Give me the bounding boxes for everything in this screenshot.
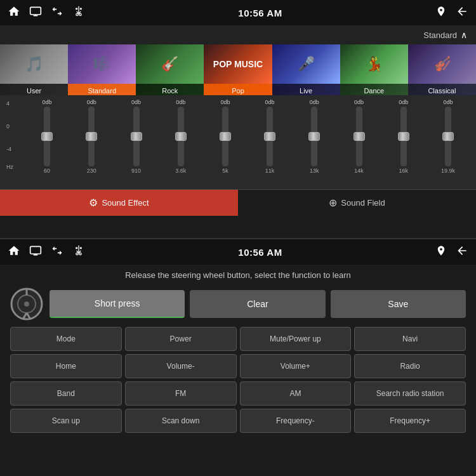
status-bar-right-icons	[435, 5, 468, 20]
profile-thumb-live[interactable]: 🎤 Live	[272, 44, 340, 95]
profile-thumb-classical[interactable]: 🎻 Classical	[408, 44, 476, 95]
svg-point-8	[76, 253, 78, 255]
eq-db-value-230: 0db	[87, 98, 96, 107]
clear-button[interactable]: Clear	[190, 290, 325, 318]
arrows-icon[interactable]	[51, 5, 63, 20]
eq-freq-label-14k: 14k	[354, 168, 364, 174]
equalizer-panel: 10:56 AM Standard ∧ 🎵 User 🎼 Standard	[0, 0, 476, 238]
eq-band-910[interactable]: 0db 910	[114, 98, 157, 174]
fn-button-scan-up[interactable]: Scan up	[10, 409, 122, 433]
profile-label: Standard	[423, 30, 457, 40]
eq-band-60[interactable]: 0db 60	[25, 98, 69, 174]
screen-icon[interactable]	[29, 5, 42, 20]
home-icon-2[interactable]	[8, 244, 20, 260]
eq-slider-track-14k[interactable]	[356, 107, 362, 166]
usb-icon[interactable]	[72, 5, 85, 20]
fn-button-mute-power-up[interactable]: Mute/Power up	[240, 327, 352, 351]
steering-content: Release the steering wheel button, selec…	[0, 265, 476, 437]
eq-slider-thumb-3.6k	[175, 132, 187, 141]
location-icon-2	[435, 245, 447, 259]
home-icon[interactable]	[8, 5, 20, 20]
fn-button-radio[interactable]: Radio	[354, 354, 466, 378]
clock-bottom: 10:56 AM	[238, 247, 282, 258]
fn-button-volume[interactable]: Volume+	[240, 354, 352, 378]
eq-slider-thumb-16k	[398, 132, 409, 141]
sound-field-icon: ⊕	[329, 197, 337, 209]
tab-sound-effect[interactable]: ⚙ Sound Effect	[0, 190, 238, 216]
eq-tabs: ⚙ Sound Effect ⊕ Sound Field	[0, 189, 476, 216]
eq-freq-label-230: 230	[87, 168, 96, 174]
eq-slider-track-13k[interactable]	[311, 107, 317, 166]
eq-freq-label-910: 910	[131, 168, 141, 174]
eq-slider-track-16k[interactable]	[400, 107, 407, 166]
fn-button-band[interactable]: Band	[10, 381, 122, 406]
profile-selector-bar[interactable]: Standard ∧	[0, 25, 476, 44]
eq-slider-track-60[interactable]	[44, 107, 50, 166]
status-bar-left-icons	[8, 5, 85, 20]
eq-slider-track-230[interactable]	[88, 107, 95, 166]
eq-db-value-11k: 0db	[265, 98, 275, 107]
fn-button-navi[interactable]: Navi	[354, 327, 466, 351]
svg-point-15	[24, 301, 29, 307]
eq-slider-track-5k[interactable]	[222, 107, 228, 166]
eq-freq-label-60: 60	[44, 168, 50, 174]
svg-point-3	[76, 13, 78, 15]
eq-slider-track-11k[interactable]	[267, 107, 273, 166]
hz-label: Hz	[6, 164, 13, 170]
profile-label-rock: Rock	[136, 84, 204, 95]
profile-thumb-standard[interactable]: 🎼 Standard	[68, 44, 136, 95]
fn-button-search-radio-station[interactable]: Search radio station	[354, 381, 466, 406]
save-button[interactable]: Save	[331, 290, 466, 318]
eq-db-value-5k: 0db	[220, 98, 230, 107]
eq-band-11k[interactable]: 0db 11k	[248, 98, 291, 174]
function-buttons-grid: ModePowerMute/Power upNaviHomeVolume-Vol…	[10, 327, 466, 433]
eq-freq-label-16k: 16k	[399, 168, 408, 174]
profile-label-pop: Pop	[204, 84, 272, 95]
eq-db-value-19.9k: 0db	[443, 98, 453, 107]
profile-label-standard: Standard	[68, 84, 136, 95]
eq-db-value-13k: 0db	[310, 98, 319, 107]
short-press-button[interactable]: Short press	[50, 290, 185, 318]
eq-slider-track-910[interactable]	[133, 107, 140, 166]
svg-point-9	[79, 253, 81, 255]
svg-point-4	[79, 13, 81, 15]
eq-band-230[interactable]: 0db 230	[70, 98, 113, 174]
sound-effect-icon: ⚙	[89, 197, 98, 209]
fn-button-power[interactable]: Power	[125, 327, 237, 351]
arrows-icon-2[interactable]	[51, 244, 63, 260]
fn-button-mode[interactable]: Mode	[10, 327, 122, 351]
eq-freq-label-5k: 5k	[222, 168, 228, 174]
profile-thumb-rock[interactable]: 🎸 Rock	[136, 44, 204, 95]
screen-icon-2[interactable]	[29, 244, 42, 260]
fn-button-volume[interactable]: Volume-	[125, 354, 237, 378]
tab-sound-effect-label: Sound Effect	[102, 198, 149, 208]
profile-thumb-user[interactable]: 🎵 User	[0, 44, 68, 95]
steering-wheel-icon	[10, 288, 43, 321]
status-bar-bottom-left	[8, 244, 85, 260]
fn-button-frequency[interactable]: Frequency+	[354, 409, 466, 433]
back-icon[interactable]	[456, 5, 468, 20]
db-label-minus4: -4	[6, 146, 11, 152]
fn-button-frequency[interactable]: Frequency-	[240, 409, 352, 433]
back-icon-2[interactable]	[456, 244, 468, 260]
eq-slider-track-19.9k[interactable]	[445, 107, 451, 166]
eq-band-14k[interactable]: 0db 14k	[337, 98, 380, 174]
tab-sound-field[interactable]: ⊕ Sound Field	[238, 190, 476, 216]
fn-button-home[interactable]: Home	[10, 354, 122, 378]
clock-top: 10:56 AM	[238, 8, 282, 18]
eq-band-5k[interactable]: 0db 5k	[204, 98, 247, 174]
fn-button-fm[interactable]: FM	[125, 381, 237, 406]
fn-button-scan-down[interactable]: Scan down	[125, 409, 237, 433]
profile-thumb-dance[interactable]: 💃 Dance	[340, 44, 408, 95]
svg-rect-0	[30, 7, 41, 15]
eq-band-3.6k[interactable]: 0db 3.6k	[159, 98, 202, 174]
usb-icon-2[interactable]	[72, 244, 85, 260]
eq-slider-thumb-13k	[308, 132, 320, 141]
eq-band-13k[interactable]: 0db 13k	[293, 98, 336, 174]
profile-thumb-pop[interactable]: POP MUSIC Pop	[204, 44, 272, 95]
eq-band-16k[interactable]: 0db 16k	[382, 98, 425, 174]
eq-band-19.9k[interactable]: 0db 19.9k	[426, 98, 470, 174]
eq-db-scale: 4 0 -4	[6, 100, 11, 152]
eq-slider-track-3.6k[interactable]	[178, 107, 184, 166]
fn-button-am[interactable]: AM	[240, 381, 352, 406]
